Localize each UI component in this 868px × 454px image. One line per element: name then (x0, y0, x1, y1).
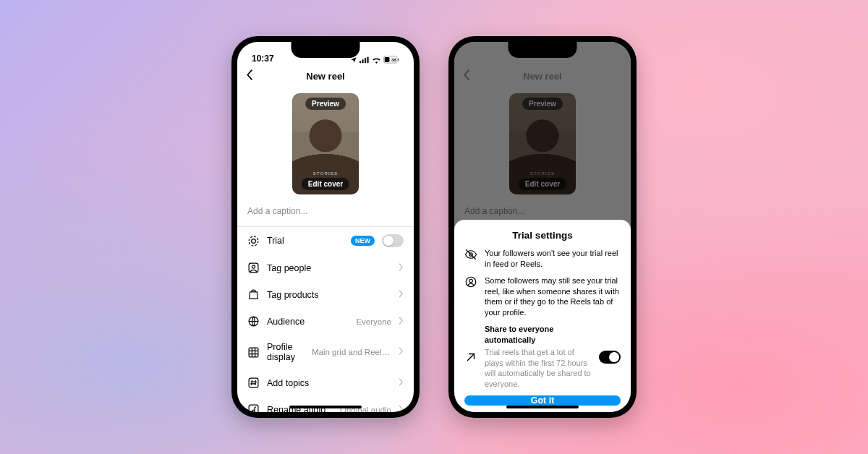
row-label: Add topics (267, 378, 391, 388)
status-icons: 38 (350, 56, 399, 64)
chevron-right-icon (399, 263, 404, 273)
home-indicator[interactable] (289, 406, 362, 408)
share-arrow-icon (464, 351, 477, 364)
svg-point-30 (469, 279, 473, 283)
hashtag-icon (247, 377, 260, 389)
trial-icon (247, 235, 260, 247)
phone-left: 10:37 38 New reel Preview STORIES Edit c… (231, 36, 420, 418)
learn-more-link[interactable]: Learn more (464, 410, 621, 412)
svg-text:38: 38 (391, 58, 396, 62)
svg-rect-16 (249, 405, 258, 412)
cover-thumbnail[interactable]: Preview STORIES Edit cover (292, 93, 359, 194)
caption-input[interactable]: Add a caption... (237, 199, 414, 227)
screen: 10:37 38 New reel Preview STORIES Edit c… (237, 42, 414, 412)
sheet-item-auto-share: Share to everyone automatically Trial re… (464, 324, 621, 390)
row-label: Tag products (267, 290, 391, 300)
signal-icon (359, 56, 370, 64)
row-audience[interactable]: Audience Everyone (237, 308, 414, 335)
row-tag-people[interactable]: Tag people (237, 254, 414, 281)
eye-off-icon (464, 248, 477, 261)
preview-button[interactable]: Preview (305, 98, 346, 110)
chevron-right-icon (399, 290, 404, 300)
row-trial[interactable]: Trial NEW (237, 227, 414, 254)
shopping-bag-icon (247, 288, 260, 301)
edit-cover-button[interactable]: Edit cover (302, 178, 349, 190)
music-icon (247, 403, 260, 412)
svg-point-17 (252, 410, 255, 412)
row-value: Everyone (356, 317, 391, 326)
notch (292, 42, 360, 58)
notch (509, 42, 577, 58)
chevron-left-icon (246, 69, 254, 81)
row-value: Main grid and Reels... (312, 348, 391, 356)
row-label: Profile display (267, 342, 305, 362)
chevron-right-icon (399, 405, 404, 413)
svg-point-4 (376, 61, 377, 62)
svg-rect-7 (398, 58, 399, 61)
new-badge: NEW (351, 236, 375, 246)
svg-rect-3 (367, 56, 369, 62)
screen: 10:37 38 New reel Preview STORIES Edit c… (454, 42, 631, 412)
grid-icon (247, 346, 260, 359)
svg-rect-11 (249, 263, 258, 273)
row-add-topics[interactable]: Add topics (237, 369, 414, 396)
cover-preview-area: Preview STORIES Edit cover (237, 87, 414, 199)
svg-rect-1 (362, 59, 364, 63)
chevron-right-icon (399, 347, 404, 357)
svg-rect-14 (249, 348, 258, 357)
sheet-title: Trial settings (464, 230, 621, 241)
globe-icon (247, 315, 260, 327)
svg-rect-6 (385, 57, 390, 62)
row-profile-display[interactable]: Profile display Main grid and Reels... (237, 335, 414, 369)
sheet-item-some-may-see: Some followers may still see your trial … (464, 275, 621, 318)
svg-point-10 (249, 236, 258, 246)
sheet-item-text: Your followers won't see your trial reel… (485, 248, 621, 270)
content: Preview STORIES Edit cover Add a caption… (237, 87, 414, 412)
svg-line-31 (468, 354, 475, 360)
chevron-right-icon (399, 378, 404, 388)
row-label: Audience (267, 317, 349, 327)
trial-settings-sheet: Trial settings Your followers won't see … (454, 220, 631, 412)
page-title: New reel (306, 71, 344, 82)
svg-rect-2 (365, 58, 366, 63)
phone-right: 10:37 38 New reel Preview STORIES Edit c… (448, 36, 637, 418)
svg-rect-15 (249, 378, 258, 387)
row-label: Trial (267, 236, 344, 246)
back-button[interactable] (243, 67, 257, 86)
sheet-item-subtext: Trial reels that get a lot of plays with… (485, 347, 592, 390)
status-time: 10:37 (252, 53, 274, 64)
auto-share-toggle[interactable] (599, 351, 621, 364)
sheet-actions: Got it Learn more (464, 395, 621, 412)
svg-rect-0 (359, 61, 361, 63)
row-rename-audio[interactable]: Rename audio Original audio (237, 396, 414, 412)
person-icon (247, 262, 260, 274)
settings-rows: Trial NEW Tag people Tag products (237, 227, 414, 412)
svg-point-9 (252, 239, 256, 243)
trial-toggle[interactable] (382, 234, 404, 247)
person-circle-icon (464, 275, 477, 288)
battery-icon: 38 (383, 56, 399, 64)
sheet-item-title: Share to everyone automatically (485, 324, 592, 346)
svg-point-12 (252, 265, 255, 268)
chevron-right-icon (399, 317, 404, 327)
row-label: Tag people (267, 263, 391, 273)
home-indicator[interactable] (506, 406, 579, 408)
sheet-item-hidden-from-followers: Your followers won't see your trial reel… (464, 248, 621, 270)
nav-bar: New reel (237, 65, 414, 87)
stories-label: STORIES (313, 171, 339, 176)
wifi-icon (372, 56, 381, 64)
row-tag-products[interactable]: Tag products (237, 281, 414, 308)
got-it-button[interactable]: Got it (464, 395, 621, 406)
sheet-item-text: Some followers may still see your trial … (485, 275, 621, 318)
